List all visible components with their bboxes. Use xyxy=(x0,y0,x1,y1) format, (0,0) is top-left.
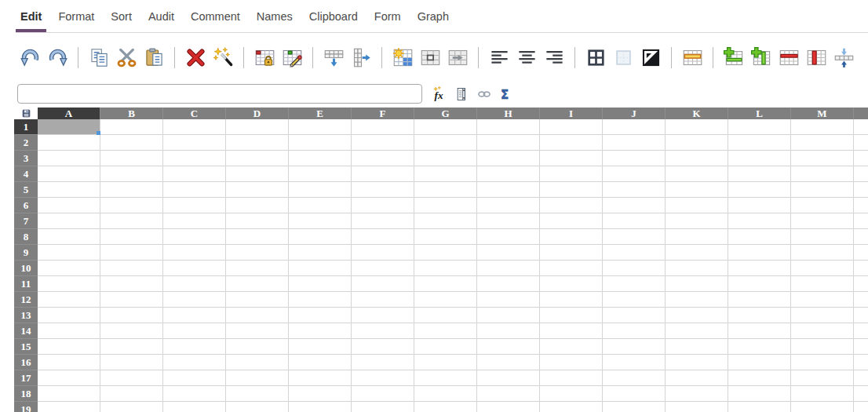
cell-M4[interactable] xyxy=(791,166,854,182)
column-header-E[interactable]: E xyxy=(289,108,352,119)
cell-B13[interactable] xyxy=(100,308,163,323)
cell-J1[interactable] xyxy=(603,119,666,135)
no-borders-button[interactable] xyxy=(612,46,634,68)
cell-L8[interactable] xyxy=(728,229,791,245)
cell-L1[interactable] xyxy=(728,119,791,135)
row-header-9[interactable]: 9 xyxy=(14,245,38,261)
cell-A19[interactable] xyxy=(38,402,100,412)
cell-K16[interactable] xyxy=(666,355,728,370)
column-header-B[interactable]: B xyxy=(100,108,163,119)
cell-J9[interactable] xyxy=(603,245,666,261)
cell-B5[interactable] xyxy=(100,182,163,198)
cell-I17[interactable] xyxy=(540,370,603,386)
formula-input[interactable] xyxy=(17,84,422,104)
cell-I9[interactable] xyxy=(540,245,603,261)
cell-M11[interactable] xyxy=(791,276,854,292)
cell-L14[interactable] xyxy=(728,323,791,339)
cell-L6[interactable] xyxy=(728,198,791,213)
cell-F15[interactable] xyxy=(352,339,414,355)
cell-J5[interactable] xyxy=(603,182,666,198)
menu-item-audit[interactable]: Audit xyxy=(144,0,179,32)
menu-item-format[interactable]: Format xyxy=(53,0,99,32)
cell-D13[interactable] xyxy=(226,308,289,323)
cell-K5[interactable] xyxy=(666,182,728,198)
cell-I14[interactable] xyxy=(540,323,603,339)
cell-D17[interactable] xyxy=(226,370,289,386)
cell-M8[interactable] xyxy=(791,229,854,245)
cell-G5[interactable] xyxy=(414,182,477,198)
cell-A11[interactable] xyxy=(38,276,100,292)
column-header-C[interactable]: C xyxy=(163,108,226,119)
cell-J2[interactable] xyxy=(603,135,666,151)
cell-E7[interactable] xyxy=(289,213,352,229)
delete-row-button[interactable] xyxy=(778,46,800,68)
function-wizard-button[interactable] xyxy=(432,86,448,103)
cell-E13[interactable] xyxy=(289,308,352,323)
cell-E19[interactable] xyxy=(289,402,352,412)
cell-J7[interactable] xyxy=(603,213,666,229)
cell-L16[interactable] xyxy=(728,355,791,370)
cell-C15[interactable] xyxy=(163,339,226,355)
cell-G19[interactable] xyxy=(414,402,477,412)
cell-F10[interactable] xyxy=(352,261,414,276)
cell-G10[interactable] xyxy=(414,261,477,276)
cell-C12[interactable] xyxy=(163,292,226,308)
cell-L11[interactable] xyxy=(728,276,791,292)
cell-C18[interactable] xyxy=(163,386,226,402)
cell-I18[interactable] xyxy=(540,386,603,402)
cell-H1[interactable] xyxy=(477,119,540,135)
cell-I7[interactable] xyxy=(540,213,603,229)
cell-H4[interactable] xyxy=(477,166,540,182)
cell-L2[interactable] xyxy=(728,135,791,151)
cell-G4[interactable] xyxy=(414,166,477,182)
cell-E17[interactable] xyxy=(289,370,352,386)
cell-E5[interactable] xyxy=(289,182,352,198)
cell-A7[interactable] xyxy=(38,213,100,229)
cell-K15[interactable] xyxy=(666,339,728,355)
cell-E3[interactable] xyxy=(289,151,352,166)
cell-E2[interactable] xyxy=(289,135,352,151)
cell-B14[interactable] xyxy=(100,323,163,339)
row-header-7[interactable]: 7 xyxy=(14,213,38,229)
cell-G6[interactable] xyxy=(414,198,477,213)
cell-J13[interactable] xyxy=(603,308,666,323)
cell-M3[interactable] xyxy=(791,151,854,166)
link-button[interactable] xyxy=(476,86,492,103)
cell-G1[interactable] xyxy=(414,119,477,135)
menu-item-form[interactable]: Form xyxy=(370,0,406,32)
cell-partial-row1[interactable] xyxy=(854,119,868,135)
cell-M15[interactable] xyxy=(791,339,854,355)
cell-H8[interactable] xyxy=(477,229,540,245)
cell-H7[interactable] xyxy=(477,213,540,229)
cell-J6[interactable] xyxy=(603,198,666,213)
cell-K6[interactable] xyxy=(666,198,728,213)
cell-G12[interactable] xyxy=(414,292,477,308)
cell-M5[interactable] xyxy=(791,182,854,198)
cell-E14[interactable] xyxy=(289,323,352,339)
cell-A16[interactable] xyxy=(38,355,100,370)
lock-cell-button[interactable] xyxy=(253,46,275,68)
shift-cells-right-button[interactable] xyxy=(447,46,469,68)
column-header-K[interactable]: K xyxy=(666,108,728,119)
cell-A6[interactable] xyxy=(38,198,100,213)
column-header-M[interactable]: M xyxy=(791,108,854,119)
cell-F11[interactable] xyxy=(352,276,414,292)
cell-H15[interactable] xyxy=(477,339,540,355)
cell-C1[interactable] xyxy=(163,119,226,135)
cell-A1[interactable] xyxy=(38,119,100,135)
cell-A10[interactable] xyxy=(38,261,100,276)
cell-K11[interactable] xyxy=(666,276,728,292)
cell-A12[interactable] xyxy=(38,292,100,308)
cell-E4[interactable] xyxy=(289,166,352,182)
cell-E15[interactable] xyxy=(289,339,352,355)
cell-C10[interactable] xyxy=(163,261,226,276)
cell-K12[interactable] xyxy=(666,292,728,308)
cell-partial-row16[interactable] xyxy=(854,355,868,370)
cell-G8[interactable] xyxy=(414,229,477,245)
cell-C9[interactable] xyxy=(163,245,226,261)
insert-column-button[interactable] xyxy=(750,46,772,68)
cell-E11[interactable] xyxy=(289,276,352,292)
cell-J18[interactable] xyxy=(603,386,666,402)
cell-C6[interactable] xyxy=(163,198,226,213)
cell-F7[interactable] xyxy=(352,213,414,229)
